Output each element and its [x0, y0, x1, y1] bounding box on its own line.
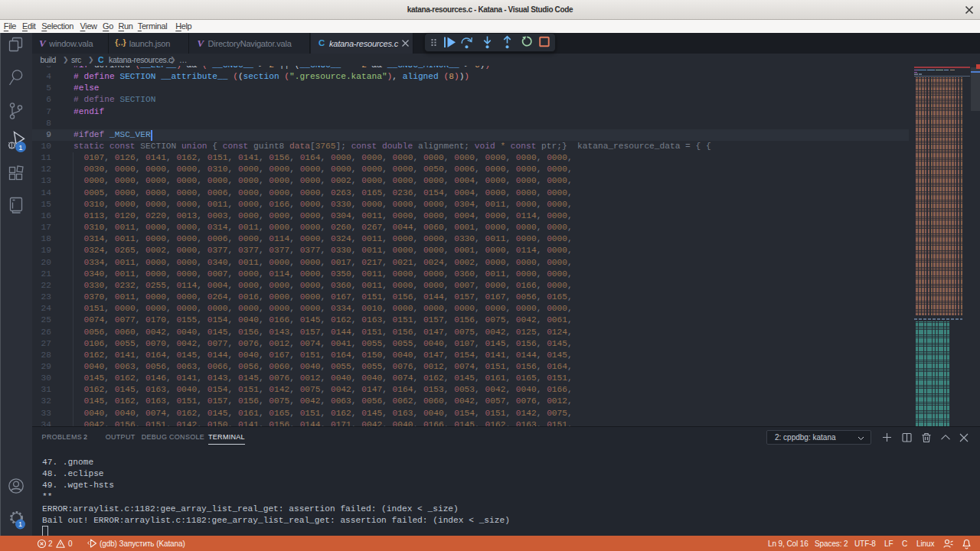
svg-text:1: 1 [18, 143, 22, 152]
svg-text:1: 1 [18, 520, 22, 528]
